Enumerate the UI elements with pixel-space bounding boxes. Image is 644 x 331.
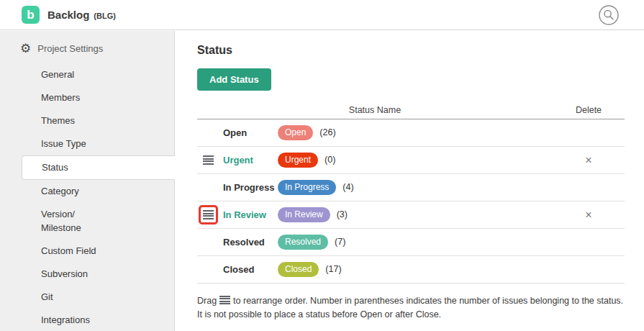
status-badge: In Progress [278,180,336,195]
sidebar-item-label: Members [41,91,80,104]
note-drag-suffix: to rearrange order. Number in parenthese… [233,296,623,306]
status-badge: Urgent [278,153,318,168]
sidebar-item-label: Integrations [41,313,90,327]
sidebar-item-label: Category [41,184,79,198]
project-key: (BLG) [94,12,116,20]
sidebar-item-status[interactable]: Status [22,155,175,180]
delete-column-header: Delete [553,105,625,115]
drag-handle-cell [197,260,223,279]
sidebar-item-version-milestone[interactable]: Version/ Milestone [0,203,174,240]
add-status-button[interactable]: Add Status [197,68,271,91]
sidebar-items: General Members Themes Issue Type Status… [0,63,174,331]
badge-cell: Open (26) [278,125,553,140]
delete-cell: × [553,154,625,167]
status-badge: Open [278,125,313,140]
project-settings-sidebar: ⚙ Project Settings General Members Theme… [0,31,175,331]
delete-button[interactable]: × [585,209,591,221]
status-table-row: Resolved Resolved (7) × [197,229,625,256]
drag-handle-cell [197,178,223,197]
drag-handle-icon [203,210,214,219]
search-button[interactable] [599,5,619,25]
delete-cell: × [553,209,625,222]
delete-cell: × [553,236,625,249]
sidebar-title: ⚙ Project Settings [0,31,174,63]
drag-handle-cell [197,150,223,170]
sidebar-item-subversion[interactable]: Subversion [0,263,174,286]
logo-letter: b [27,9,34,21]
status-table-row: In Review In Review (3) × [197,201,625,229]
gear-icon: ⚙ [20,42,31,55]
note-drag-prefix: Drag [197,296,217,306]
status-table-header: Status Name Delete [197,101,625,119]
sidebar-item-label: Subversion [41,267,88,281]
sidebar-item-label: Themes [41,114,75,127]
issue-count: (7) [335,237,345,247]
sidebar-item-custom-field[interactable]: Custom Field [0,240,174,263]
badge-cell: In Review (3) [278,207,553,222]
issue-count: (17) [325,264,341,274]
delete-cell: × [553,181,625,194]
drag-handle-icon [219,296,230,305]
issue-count: (4) [343,182,353,192]
drag-handle-cell [197,205,223,225]
sidebar-item-label: General [41,68,74,81]
issue-count: (0) [325,155,335,165]
sidebar-item-label: Version/ Milestone [41,207,117,235]
status-name: Resolved [223,237,278,248]
sidebar-title-label: Project Settings [37,43,103,54]
sidebar-item-general[interactable]: General [0,63,174,86]
drag-handle-cell [197,123,223,142]
delete-cell: × [553,127,625,140]
badge-cell: Closed (17) [278,262,553,277]
status-name[interactable]: In Review [223,209,278,220]
status-badge: Resolved [278,235,328,250]
sidebar-item-issue-type[interactable]: Issue Type [0,132,174,155]
badge-cell: Resolved (7) [278,235,553,250]
status-name: Open [223,127,278,138]
sidebar-item-label: Git [41,290,53,304]
note-line2: It is not possible to place a status bef… [197,308,636,322]
status-name: In Progress [223,182,278,193]
delete-button[interactable]: × [585,155,591,166]
sidebar-item-integrations[interactable]: Integrations [0,309,174,331]
note-line1: Dragto rearrange order. Number in parent… [197,294,636,308]
drag-handle-cell [197,232,223,252]
app-title: Backlog [47,9,89,21]
badge-cell: In Progress (4) [278,180,553,195]
status-name: Closed [223,264,278,275]
sidebar-item-members[interactable]: Members [0,86,174,109]
sidebar-item-label: Status [42,160,68,174]
search-icon [599,17,619,27]
backlog-logo-icon: b [22,6,40,24]
drag-handle-icon [203,155,214,165]
status-table-row: In Progress In Progress (4) × [197,174,625,201]
sidebar-item-category[interactable]: Category [0,180,174,203]
status-table: Status Name Delete Open Open (26) × Urge… [197,101,625,284]
status-table-row: Open Open (26) × [197,119,625,147]
issue-count: (3) [337,209,348,219]
status-name[interactable]: Urgent [223,155,278,166]
delete-cell: × [553,263,625,276]
status-table-body: Open Open (26) × Urgent Urgent (0) × In … [197,119,625,284]
status-settings-panel: Status Add Status Status Name Delete Ope… [176,31,644,331]
sidebar-item-git[interactable]: Git [0,286,174,309]
status-badge: In Review [278,207,330,222]
topbar: b Backlog (BLG) [0,0,644,30]
drag-handle[interactable] [199,205,218,225]
drag-handle[interactable] [199,150,218,170]
issue-count: (26) [319,127,335,137]
status-table-row: Closed Closed (17) × [197,256,625,284]
badge-cell: Urgent (0) [278,153,553,168]
page-title: Status [197,44,644,57]
sidebar-item-label: Issue Type [41,137,86,150]
status-table-row: Urgent Urgent (0) × [197,147,625,174]
status-name-column-header: Status Name [197,105,553,115]
sidebar-item-label: Custom Field [41,244,96,258]
sidebar-item-themes[interactable]: Themes [0,109,174,132]
status-badge: Closed [278,262,319,277]
